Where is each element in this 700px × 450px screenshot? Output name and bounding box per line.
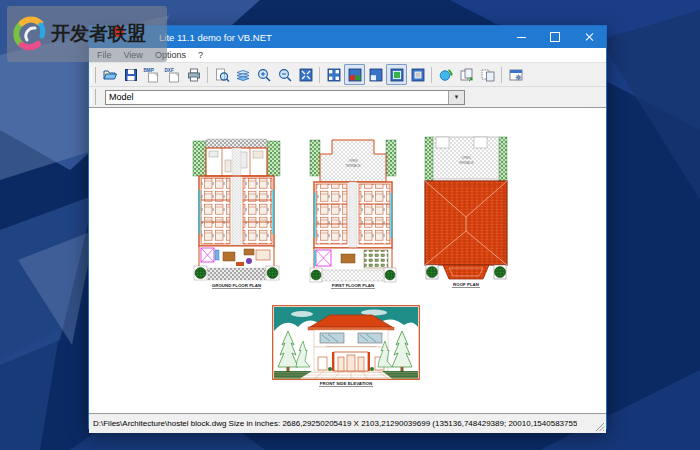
terrace-annotation-1: OPEN <box>348 159 358 163</box>
layout-combo-row: Model ▼ <box>89 87 606 107</box>
print-button[interactable] <box>183 64 204 85</box>
minimize-button[interactable] <box>504 26 538 48</box>
layers-icon <box>235 67 251 83</box>
chevron-down-icon[interactable]: ▼ <box>448 91 464 104</box>
minimize-icon <box>517 37 526 38</box>
zoom-out-icon <box>277 67 293 83</box>
svg-text:BMP: BMP <box>144 68 154 73</box>
watermark-text: 开发者联盟 <box>51 21 146 47</box>
view-quadrants-button[interactable] <box>344 64 365 85</box>
open-icon <box>102 67 118 83</box>
app-window: Lite 11.1 demo for VB.NET File View Opti… <box>88 25 607 429</box>
view-fit-button[interactable] <box>323 64 344 85</box>
watermark-logo-icon <box>11 14 51 54</box>
paste-image-button[interactable] <box>477 64 498 85</box>
paste-image-icon <box>480 67 496 83</box>
layers-button[interactable] <box>232 64 253 85</box>
view-green-toggle-button[interactable] <box>386 64 407 85</box>
open-button[interactable] <box>99 64 120 85</box>
view-center-icon <box>410 67 426 83</box>
svg-text:DXF: DXF <box>165 68 174 73</box>
view-fit-icon <box>326 67 342 83</box>
front-side-elevation-drawing: FRONT SIDE ELEVATION <box>272 305 420 389</box>
zoom-extents-button[interactable] <box>295 64 316 85</box>
first-floor-plan-drawing: OPEN TERRACE FIRST FLOOR PLAN <box>308 138 398 290</box>
zoom-in-icon <box>256 67 272 83</box>
export-dxf-icon: DXF <box>164 67 181 83</box>
layout-combobox[interactable]: Model ▼ <box>105 90 465 105</box>
roof-plan-drawing: OPEN TERRACE ROOF PLAN <box>423 135 509 290</box>
save-icon <box>123 67 139 83</box>
view-quadrants-icon <box>347 67 363 83</box>
watermark-badge: 开发者联盟 <box>7 6 167 62</box>
settings-window-icon <box>508 67 524 83</box>
combo-grip[interactable] <box>91 89 96 105</box>
sphere-button[interactable] <box>435 64 456 85</box>
view-green-toggle-icon <box>389 67 405 83</box>
zoom-out-button[interactable] <box>274 64 295 85</box>
roof-terrace-annotation-2: TERRACE <box>458 161 473 165</box>
front-side-elevation-label: FRONT SIDE ELEVATION <box>320 381 372 386</box>
export-bmp-icon: BMP <box>143 67 160 83</box>
print-icon <box>186 67 202 83</box>
maximize-icon <box>550 32 560 42</box>
status-bar: D:\Files\Architecture\hostel block.dwg S… <box>89 414 606 433</box>
settings-window-button[interactable] <box>505 64 526 85</box>
zoom-extents-icon <box>298 67 314 83</box>
export-bmp-button[interactable]: BMP <box>141 64 162 85</box>
cad-canvas[interactable]: GROUND FLOOR PLAN OPEN TERRACE <box>89 107 606 414</box>
view-corner-button[interactable] <box>365 64 386 85</box>
layout-combo-value: Model <box>106 92 448 102</box>
roof-plan-label: ROOF PLAN <box>453 282 479 287</box>
copy-image-button[interactable] <box>456 64 477 85</box>
view-center-button[interactable] <box>407 64 428 85</box>
roof-terrace-annotation-1: OPEN <box>461 156 471 160</box>
copy-image-icon <box>459 67 475 83</box>
ground-floor-plan-drawing: GROUND FLOOR PLAN <box>192 138 281 290</box>
close-icon <box>584 32 594 42</box>
menu-help[interactable]: ? <box>192 50 209 60</box>
status-text: D:\Files\Architecture\hostel block.dwg S… <box>89 419 577 428</box>
print-preview-icon <box>214 67 230 83</box>
zoom-in-button[interactable] <box>253 64 274 85</box>
terrace-annotation-2: TERRACE <box>345 164 360 168</box>
first-floor-plan-label: FIRST FLOOR PLAN <box>332 283 374 288</box>
maximize-button[interactable] <box>538 26 572 48</box>
resize-grip[interactable] <box>595 422 605 432</box>
ground-floor-plan-label: GROUND FLOOR PLAN <box>212 283 261 288</box>
sphere-icon <box>438 67 454 83</box>
close-button[interactable] <box>572 26 606 48</box>
toolbar-grip[interactable] <box>91 67 96 83</box>
export-dxf-button[interactable]: DXF <box>162 64 183 85</box>
view-corner-icon <box>368 67 384 83</box>
save-button[interactable] <box>120 64 141 85</box>
toolbar: BMP DXF <box>89 63 606 87</box>
print-preview-button[interactable] <box>211 64 232 85</box>
